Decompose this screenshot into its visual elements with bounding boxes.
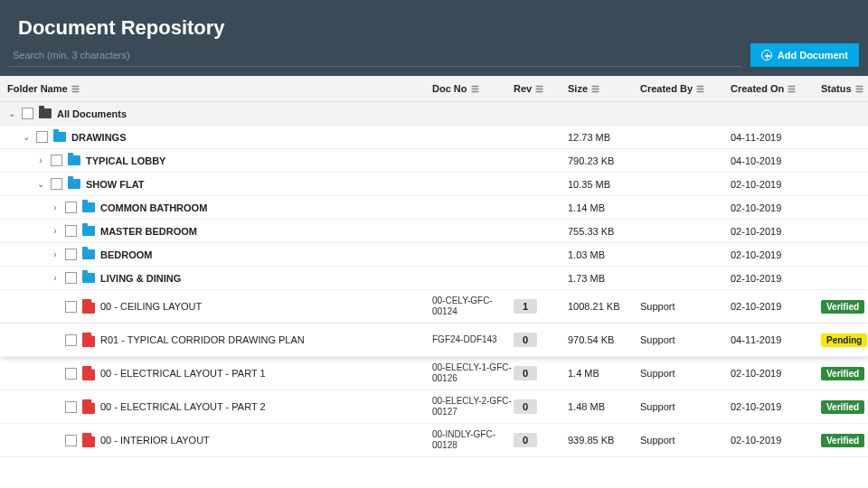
rev-cell: 1 — [514, 299, 568, 314]
createdon-cell: 02-10-2019 — [731, 273, 821, 284]
row-checkbox[interactable] — [22, 108, 33, 119]
row-checkbox[interactable] — [36, 131, 48, 143]
row-name: TYPICAL LOBBY — [86, 155, 165, 166]
createdon-cell: 04-11-2019 — [731, 334, 821, 345]
chevron-down-icon[interactable]: ⌄ — [36, 179, 45, 189]
row-name: 00 - CEILING LAYOUT — [100, 301, 202, 312]
row-checkbox[interactable] — [51, 155, 62, 166]
name-cell: 00 - CEILING LAYOUT — [7, 299, 432, 314]
row-checkbox[interactable] — [51, 178, 62, 190]
tree-rows: ⌄All Documents⌄DRAWINGS12.73 MB04-11-201… — [0, 102, 868, 457]
chevron-down-icon[interactable]: ⌄ — [22, 132, 31, 142]
name-cell: ⌄DRAWINGS — [7, 131, 432, 143]
row-name: BEDROOM — [100, 249, 152, 260]
row-checkbox[interactable] — [65, 249, 77, 260]
table-row[interactable]: ⌄All Documents — [0, 102, 868, 126]
row-checkbox[interactable] — [65, 225, 77, 237]
name-cell: 00 - INTERIOR LAYOUT — [7, 433, 432, 447]
sort-icon: ☰ — [696, 84, 704, 94]
table-row[interactable]: ⌄DRAWINGS12.73 MB04-11-2019 — [0, 126, 868, 149]
createdon-cell: 04-10-2019 — [731, 155, 821, 166]
sort-icon: ☰ — [71, 84, 80, 94]
sort-icon: ☰ — [535, 84, 543, 94]
name-cell: ›TYPICAL LOBBY — [7, 155, 432, 166]
size-cell: 1008.21 KB — [568, 301, 640, 312]
size-cell: 1.4 MB — [568, 368, 640, 379]
search-input[interactable] — [9, 44, 741, 67]
createdon-cell: 02-10-2019 — [731, 368, 821, 379]
folder-icon — [82, 226, 95, 236]
chevron-right-icon[interactable]: › — [51, 202, 60, 212]
row-checkbox[interactable] — [65, 435, 77, 446]
size-cell: 939.85 KB — [568, 435, 640, 446]
name-cell: 00 - ELECTRICAL LAYOUT - PART 1 — [7, 366, 432, 380]
row-checkbox[interactable] — [65, 202, 77, 213]
row-name: All Documents — [57, 108, 127, 119]
row-checkbox[interactable] — [65, 272, 77, 284]
table-row[interactable]: 00 - ELECTRICAL LAYOUT - PART 100-ELECLY… — [0, 357, 868, 390]
size-cell: 1.14 MB — [568, 202, 640, 213]
row-name: LIVING & DINING — [100, 273, 181, 284]
rev-cell: 0 — [514, 333, 568, 347]
table-row[interactable]: ›BEDROOM1.03 MB02-10-2019 — [0, 243, 868, 267]
page-header: Document Repository Add Document — [0, 0, 868, 76]
status-badge: Verified — [821, 400, 864, 414]
row-checkbox[interactable] — [65, 334, 77, 346]
chevron-right-icon[interactable]: › — [51, 249, 60, 259]
createdon-cell: 04-11-2019 — [731, 132, 821, 143]
chevron-down-icon[interactable]: ⌄ — [7, 108, 16, 118]
folder-icon — [68, 155, 80, 165]
pdf-icon — [82, 333, 95, 347]
chevron-right-icon[interactable]: › — [51, 226, 60, 236]
createdby-cell: Support — [640, 368, 731, 379]
size-cell: 1.03 MB — [568, 249, 640, 260]
size-cell: 12.73 MB — [568, 132, 640, 143]
status-cell: Verified — [821, 434, 868, 447]
table-row[interactable]: R01 - TYPICAL CORRIDOR DRAWING PLANFGF24… — [0, 324, 868, 357]
createdby-cell: Support — [640, 301, 731, 312]
name-cell: ›LIVING & DINING — [7, 272, 432, 284]
col-size[interactable]: Size☰ — [568, 83, 640, 94]
status-cell: Pending — [821, 333, 868, 347]
name-cell: R01 - TYPICAL CORRIDOR DRAWING PLAN — [7, 333, 432, 347]
status-badge: Verified — [821, 434, 864, 447]
folder-icon — [82, 249, 95, 259]
docno-cell: FGF24-DDF143 — [432, 334, 514, 345]
col-folder[interactable]: Folder Name☰ — [7, 83, 432, 94]
table-row[interactable]: 00 - CEILING LAYOUT00-CELY-GFC-001241100… — [0, 290, 868, 324]
table-row[interactable]: ›COMMON BATHROOM1.14 MB02-10-2019 — [0, 196, 868, 220]
chevron-right-icon[interactable]: › — [36, 155, 45, 165]
table-row[interactable]: ›LIVING & DINING1.73 MB02-10-2019 — [0, 267, 868, 290]
table-row[interactable]: ›MASTER BEDROOM755.33 KB02-10-2019 — [0, 220, 868, 243]
row-name: DRAWINGS — [71, 132, 127, 143]
name-cell: ›MASTER BEDROOM — [7, 225, 432, 237]
table-row[interactable]: ›TYPICAL LOBBY790.23 KB04-10-2019 — [0, 149, 868, 173]
folder-icon — [39, 108, 52, 118]
row-checkbox[interactable] — [65, 401, 77, 413]
rev-cell: 0 — [514, 366, 568, 380]
row-name: SHOW FLAT — [86, 179, 145, 190]
table-row[interactable]: 00 - ELECTRICAL LAYOUT - PART 200-ELECLY… — [0, 390, 868, 424]
col-rev[interactable]: Rev☰ — [514, 83, 568, 94]
rev-cell: 0 — [514, 399, 568, 414]
add-document-label: Add Document — [778, 50, 848, 61]
createdon-cell: 02-10-2019 — [731, 401, 821, 412]
chevron-right-icon[interactable]: › — [51, 273, 60, 283]
add-document-button[interactable]: Add Document — [750, 43, 859, 67]
col-createdby[interactable]: Created By☰ — [640, 83, 731, 94]
name-cell: ›BEDROOM — [7, 249, 432, 260]
row-checkbox[interactable] — [65, 301, 77, 313]
docno-cell: 00-INDLY-GFC-00128 — [432, 429, 514, 451]
rev-cell: 0 — [514, 433, 568, 447]
row-name: 00 - ELECTRICAL LAYOUT - PART 2 — [100, 401, 266, 412]
table-row[interactable]: ⌄SHOW FLAT10.35 MB02-10-2019 — [0, 173, 868, 196]
col-docno[interactable]: Doc No☰ — [432, 83, 514, 94]
row-name: COMMON BATHROOM — [100, 202, 207, 213]
row-checkbox[interactable] — [65, 368, 77, 380]
folder-icon — [53, 132, 66, 142]
table-row[interactable]: 00 - INTERIOR LAYOUT00-INDLY-GFC-0012809… — [0, 424, 868, 457]
col-status[interactable]: Status☰ — [821, 83, 868, 94]
size-cell: 755.33 KB — [568, 226, 640, 237]
status-cell: Verified — [821, 400, 868, 414]
col-createdon[interactable]: Created On☰ — [731, 83, 821, 94]
